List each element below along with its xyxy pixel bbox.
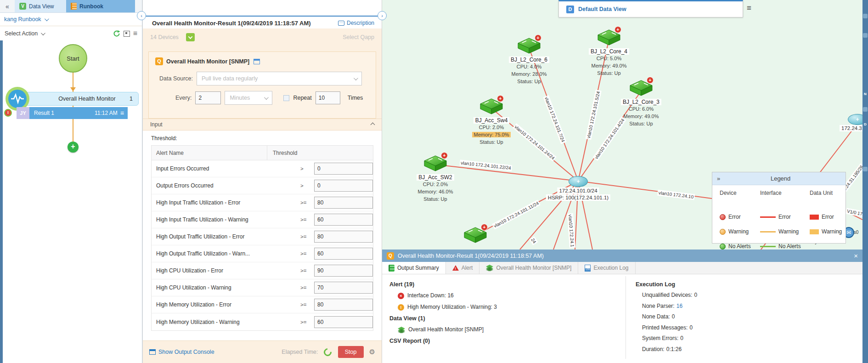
csv-section-header: CSV Report (0) xyxy=(389,335,618,346)
close-icon[interactable]: × xyxy=(854,252,858,260)
data-unit-error-swatch xyxy=(810,215,819,220)
log-icon: LOG xyxy=(585,265,591,272)
legend-collapse-icon[interactable]: » xyxy=(717,175,720,182)
layers-icon xyxy=(486,265,493,271)
alert-triangle-icon: ! xyxy=(452,265,459,271)
alert-badge-icon: + xyxy=(497,95,504,102)
tab-output-summary[interactable]: Output Summary xyxy=(382,262,446,274)
flow-node-overall-health-monitor[interactable]: Overall Health Monitor 1 xyxy=(25,92,139,106)
threshold-input[interactable] xyxy=(314,248,373,260)
memory-warning-highlight: Memory: 75.0% xyxy=(472,132,510,137)
select-action-dropdown[interactable]: Select Action xyxy=(5,30,38,37)
right-panel-strip[interactable]: N D xyxy=(862,0,868,363)
collapse-section-icon[interactable] xyxy=(371,122,375,127)
input-section-header[interactable]: Input xyxy=(143,119,382,130)
flow-start-node[interactable]: Start xyxy=(59,44,87,73)
result-title: Overall Health Monitor-Result 1(09/24/20… xyxy=(152,20,338,27)
device-bj-acc-sw2[interactable]: + BJ_Acc_SW2 CPU: 2.0% Memory: 46.0% Sta… xyxy=(401,154,470,203)
data-source-select[interactable]: Pull live data regularly xyxy=(197,72,362,85)
tab-runbook[interactable]: Runbook xyxy=(66,0,135,12)
table-row: High Memory Utilization - Warning>= xyxy=(152,313,373,330)
show-output-console-link[interactable]: Show Output Console xyxy=(149,349,214,355)
map-menu-icon[interactable]: ≡ xyxy=(747,4,751,13)
running-spinner-icon xyxy=(322,346,333,357)
tab-data-view[interactable]: V Data View xyxy=(15,0,66,12)
alert-item[interactable]: × Interface Down: 16 xyxy=(389,290,618,301)
legend-title: Legend xyxy=(720,175,841,182)
threshold-input[interactable] xyxy=(314,231,373,243)
data-view-header[interactable]: D Default Data View xyxy=(558,0,743,17)
network-map[interactable]: vlan10 172.24.101.7/24 vlan10 172.24.101… xyxy=(382,0,862,250)
runbook-icon xyxy=(71,3,77,10)
layers-icon xyxy=(398,327,405,333)
refresh-icon[interactable] xyxy=(113,30,120,37)
alert-badge-icon: + xyxy=(647,77,654,84)
repeat-checkbox[interactable] xyxy=(283,95,289,101)
none-parser-link[interactable]: 16 xyxy=(676,303,682,309)
interface-ok-line xyxy=(760,246,776,247)
table-row: Output Errors Occurred> xyxy=(152,177,373,194)
table-row: High Output Traffic Utilization - Warn..… xyxy=(152,245,373,262)
select-qapp-label: Select Qapp xyxy=(343,34,374,40)
threshold-input[interactable] xyxy=(314,180,373,192)
runbook-selector[interactable]: kang Runbook xyxy=(4,16,41,23)
interface-warning-line xyxy=(760,231,776,233)
result-menu-icon[interactable]: ≡ xyxy=(120,111,124,115)
interval-unit-select[interactable]: Minutes xyxy=(225,91,272,105)
tab-overall-health-monitor[interactable]: Overall Health Monitor [SNMP] xyxy=(479,262,578,274)
alert-item[interactable]: ! High Memory Utilization - Warning: 3 xyxy=(389,301,618,313)
strip-label: D xyxy=(862,122,868,126)
qapp-result-panel: ‹ › Overall Health Monitor-Result 1(09/2… xyxy=(142,0,382,363)
log-item: Printed Messages:0 xyxy=(636,323,697,334)
alert-badge-icon: + xyxy=(481,224,488,231)
switch-icon[interactable]: + xyxy=(479,97,503,115)
chevron-down-icon[interactable] xyxy=(45,17,49,21)
threshold-input[interactable] xyxy=(314,265,373,277)
description-link[interactable]: ⋯ Description xyxy=(338,20,374,26)
map-legend: » Legend Device Interface Data Unit Erro… xyxy=(712,172,846,244)
tab-alert[interactable]: ! Alert xyxy=(446,262,480,274)
switch-icon[interactable]: + xyxy=(463,226,487,244)
repeat-count-input[interactable] xyxy=(316,91,340,104)
switch-icon[interactable]: + xyxy=(423,154,447,172)
open-window-icon[interactable] xyxy=(254,59,260,64)
node-count: 1 xyxy=(130,96,133,102)
threshold-input[interactable] xyxy=(314,197,373,209)
output-panel: Q Overall Health Monitor-Result 1(09/24/… xyxy=(382,250,862,363)
device-bj-l2-core-4[interactable]: + BJ_L2_Core_4 CPU: 5.0% Memory: 49.0% S… xyxy=(575,28,643,77)
sidebar-tabbar: « V Data View Runbook xyxy=(0,0,142,13)
collapse-left-icon[interactable]: ‹ xyxy=(137,11,146,20)
menu-icon[interactable]: ≡ xyxy=(133,31,137,36)
fit-map-icon[interactable] xyxy=(124,31,130,37)
switch-icon[interactable]: + xyxy=(629,79,653,96)
chevron-down-icon[interactable] xyxy=(41,31,45,35)
collapse-sidebar-button[interactable]: « xyxy=(0,0,15,13)
qapp-icon: Q xyxy=(387,252,394,260)
threshold-input[interactable] xyxy=(314,316,373,328)
flow-result-row[interactable]: Result 1 11:12 AM ≡ xyxy=(29,107,128,119)
tab-execution-log[interactable]: LOG Execution Log xyxy=(578,262,635,274)
add-step-button[interactable]: + xyxy=(68,142,79,153)
interval-input[interactable] xyxy=(195,91,221,104)
threshold-input[interactable] xyxy=(314,299,373,311)
tab-label: Data View xyxy=(29,3,54,10)
device-bj-l2-core-3[interactable]: + BJ_L2_Core_3 CPU: 6.0% Memory: 49.0% S… xyxy=(607,79,676,127)
device-dropdown-button[interactable] xyxy=(186,33,195,41)
lan-cloud-node[interactable]: + xyxy=(569,176,588,187)
chevron-down-icon xyxy=(354,76,358,80)
data-view-icon: D xyxy=(566,6,574,13)
subnet-label: 172.24.31.1 xyxy=(840,125,862,131)
stop-button[interactable]: Stop xyxy=(338,346,364,358)
data-view-item[interactable]: Overall Health Monitor [SNMP] xyxy=(389,324,618,335)
device-partial[interactable]: + xyxy=(441,226,510,245)
device-bj-l2-core-6[interactable]: + BJ_L2_Core_6 CPU: 4.0% Memory: 28.0% S… xyxy=(495,37,564,85)
log-item: System Errors:0 xyxy=(636,333,697,344)
switch-icon[interactable]: + xyxy=(517,37,541,54)
collapse-right-icon[interactable]: › xyxy=(378,11,387,20)
threshold-input[interactable] xyxy=(314,163,373,175)
switch-icon[interactable]: + xyxy=(597,28,621,46)
threshold-input[interactable] xyxy=(314,214,373,226)
device-bj-acc-sw4[interactable]: + BJ_Acc_Sw4 CPU: 2.0% Memory: 75.0% Sta… xyxy=(457,97,526,146)
gear-icon[interactable]: ⚙ xyxy=(369,348,375,356)
threshold-input[interactable] xyxy=(314,282,373,294)
